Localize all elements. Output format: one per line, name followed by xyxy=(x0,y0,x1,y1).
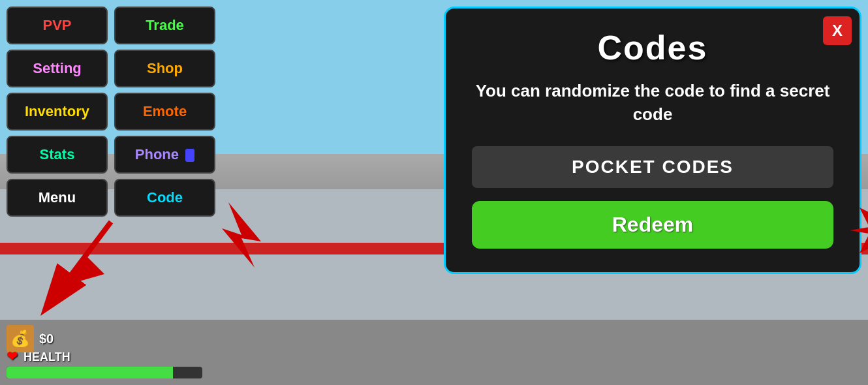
button-row-1: PVP Trade xyxy=(7,7,215,44)
health-section: ❤ HEALTH xyxy=(7,348,202,378)
arrow-to-redeem xyxy=(846,204,868,259)
phone-label: Phone xyxy=(135,146,179,162)
code-button[interactable]: Code xyxy=(114,179,215,217)
button-row-5: Menu Code xyxy=(7,179,215,217)
health-label: ❤ HEALTH xyxy=(7,348,202,364)
money-display: $0 xyxy=(39,331,54,346)
stats-button[interactable]: Stats xyxy=(7,136,108,174)
codes-description: You can randomize the code to find a sec… xyxy=(472,79,833,127)
menu-button[interactable]: Menu xyxy=(7,179,108,217)
redeem-button[interactable]: Redeem xyxy=(472,201,833,249)
codes-modal: X Codes You can randomize the code to fi… xyxy=(444,7,861,274)
left-panel: PVP Trade Setting Shop Inventory Emote S… xyxy=(7,7,215,217)
shop-button[interactable]: Shop xyxy=(114,50,215,87)
button-row-4: Stats Phone xyxy=(7,136,215,174)
heart-icon: ❤ xyxy=(7,348,18,364)
trade-button[interactable]: Trade xyxy=(114,7,215,44)
phone-button[interactable]: Phone xyxy=(114,136,215,174)
pvp-button[interactable]: PVP xyxy=(7,7,108,44)
code-input-label: POCKET CODES xyxy=(572,157,734,177)
svg-marker-5 xyxy=(850,208,868,253)
health-bar-background xyxy=(7,367,202,378)
close-button[interactable]: X xyxy=(823,16,852,45)
health-bar-fill xyxy=(7,367,173,378)
red-arrow-3 xyxy=(846,204,868,256)
codes-title: Codes xyxy=(472,28,833,67)
code-input-box[interactable]: POCKET CODES xyxy=(472,146,833,188)
phone-icon xyxy=(185,149,194,162)
button-row-2: Setting Shop xyxy=(7,50,215,87)
setting-button[interactable]: Setting xyxy=(7,50,108,87)
inventory-button[interactable]: Inventory xyxy=(7,93,108,131)
button-row-3: Inventory Emote xyxy=(7,93,215,131)
emote-button[interactable]: Emote xyxy=(114,93,215,131)
